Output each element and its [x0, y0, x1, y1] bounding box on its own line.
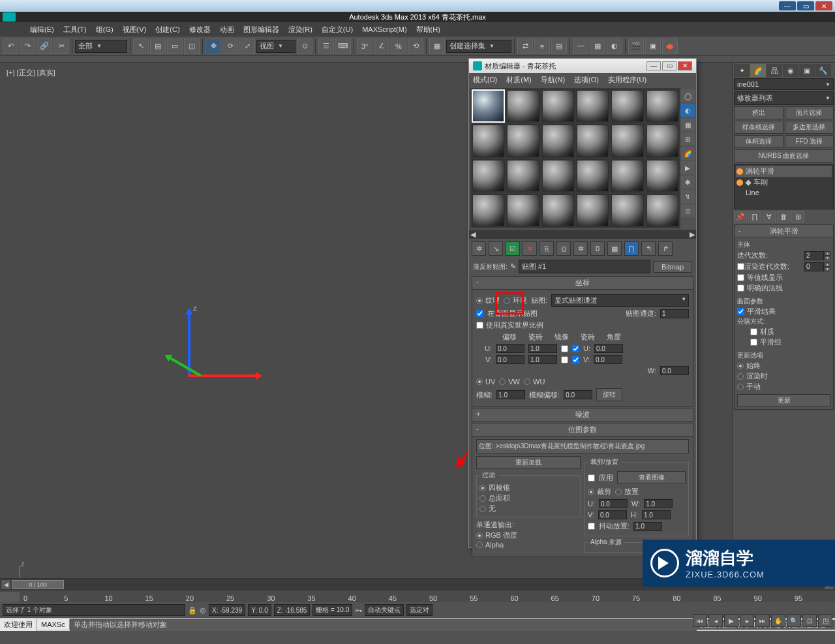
mat-slot[interactable] [541, 194, 575, 227]
mat-slot[interactable] [611, 89, 644, 123]
z-axis-gizmo[interactable] [188, 311, 190, 376]
y-axis-gizmo[interactable] [166, 355, 202, 376]
next-frame-icon[interactable]: ▸ [740, 614, 754, 627]
explicit-check[interactable] [737, 284, 744, 292]
filter-select[interactable]: 全部 [75, 40, 127, 53]
texture-radio[interactable] [476, 298, 483, 304]
v-tile[interactable] [528, 355, 557, 364]
go-forward-icon[interactable]: ↱ [658, 241, 673, 256]
background-icon[interactable]: ▦ [680, 118, 695, 131]
stack-line[interactable]: Line [736, 188, 832, 197]
mat-slot-1[interactable] [472, 89, 505, 123]
smooth-check[interactable] [737, 308, 744, 315]
mat-min-button[interactable]: — [646, 61, 661, 70]
modifier-stack[interactable]: 涡轮平滑 ◈车削 Line [734, 164, 834, 209]
redo-icon[interactable]: ↷ [20, 38, 35, 54]
coord-x[interactable]: X: -59.239 [209, 604, 245, 616]
menu-help[interactable]: 帮助(H) [412, 23, 444, 36]
snap-3-icon[interactable]: 3° [357, 38, 372, 54]
mat-close-button[interactable]: ✕ [678, 61, 692, 70]
mat-slot[interactable] [576, 159, 609, 192]
mat-max-button[interactable]: ▭ [662, 61, 676, 70]
play-icon[interactable]: ▶ [724, 614, 738, 627]
schematic-icon[interactable]: ▦ [590, 38, 605, 54]
show-end-result-icon[interactable]: ∏ [624, 241, 639, 256]
update-always-radio[interactable] [737, 363, 744, 369]
iso-check[interactable] [737, 274, 744, 281]
btn-poly-sel[interactable]: 多边形选择 [785, 121, 834, 134]
bitmap-rollout-hdr[interactable]: 位图参数 [472, 423, 693, 437]
crop-u[interactable] [599, 499, 628, 508]
reset-map-icon[interactable]: ✕ [523, 241, 537, 256]
mat-menu-utils[interactable]: 实用程序(U) [608, 75, 646, 85]
mapping-select[interactable]: 显式贴图通道 [551, 294, 689, 307]
mtl-map-nav-icon[interactable]: ☰ [680, 204, 695, 217]
filter-sat-radio[interactable] [479, 495, 486, 502]
menu-create[interactable]: 创建(C) [151, 23, 183, 36]
menu-customize[interactable]: 自定义(U) [318, 23, 357, 36]
uvtile-icon[interactable]: ⊞ [680, 132, 695, 146]
assign-to-sel-icon[interactable]: ☑ [506, 241, 520, 256]
btn-extrude[interactable]: 挤出 [734, 106, 783, 119]
mat-menu-mode[interactable]: 模式(D) [473, 75, 497, 85]
render-icon[interactable]: 🫖 [662, 38, 678, 54]
btn-ffd-sel[interactable]: FFD 选择 [785, 135, 834, 148]
named-sel-icon[interactable]: ▦ [429, 38, 445, 54]
mat-slot[interactable] [576, 194, 609, 227]
prev-frame-icon[interactable]: ◂ [708, 614, 723, 627]
make-preview-icon[interactable]: ▶ [680, 161, 695, 174]
align-icon[interactable]: ≡ [534, 38, 550, 54]
curve-editor-icon[interactable]: 〰 [573, 38, 588, 54]
crop-radio[interactable] [588, 489, 594, 495]
mat-slot[interactable] [506, 124, 539, 157]
get-material-icon[interactable]: ✲ [472, 241, 486, 256]
os-close-button[interactable]: ✕ [815, 1, 832, 10]
time-ruler[interactable]: 05101520253035404550556065707580859095 [0, 590, 835, 602]
mat-slot[interactable] [541, 159, 575, 192]
tab-utilities-icon[interactable]: 🔧 [815, 64, 831, 77]
menu-edit[interactable]: 编辑(E) [26, 23, 58, 36]
undo-icon[interactable]: ↶ [3, 38, 18, 54]
map-type-button[interactable]: Bitmap [653, 261, 692, 273]
menu-group[interactable]: 组(G) [92, 23, 117, 36]
tab-create-icon[interactable]: ✦ [734, 64, 750, 77]
max-viewport-icon[interactable]: ◳ [818, 614, 832, 627]
wu-radio[interactable] [524, 378, 530, 385]
iter-spinner[interactable]: ▴▾ [804, 251, 830, 260]
btn-vol-sel[interactable]: 体积选择 [734, 135, 783, 148]
move-icon[interactable]: ✥ [205, 38, 221, 54]
mat-slot[interactable] [576, 89, 609, 123]
goto-start-icon[interactable]: ⏮ [693, 614, 707, 627]
layers-icon[interactable]: ▤ [551, 38, 567, 54]
refcoord-select[interactable]: 视图 [256, 40, 296, 53]
u-mirror-check[interactable] [561, 345, 568, 352]
vw-radio[interactable] [499, 378, 506, 385]
uv-radio[interactable] [476, 378, 483, 385]
menu-maxscript[interactable]: MAXScript(M) [358, 24, 410, 35]
tab-display-icon[interactable]: ▣ [799, 64, 815, 77]
snap-spinner-icon[interactable]: ⟲ [408, 38, 423, 54]
object-name-field[interactable]: ine001 [734, 78, 834, 90]
bluroff-field[interactable] [564, 390, 592, 399]
update-render-radio[interactable] [737, 373, 744, 380]
unlink-icon[interactable]: ✂ [53, 38, 69, 54]
autokey-button[interactable]: 自动关键点 [365, 604, 404, 616]
mat-slot[interactable] [506, 159, 539, 192]
snap-angle-icon[interactable]: ∠ [374, 38, 389, 54]
os-max-button[interactable]: ▭ [797, 1, 814, 10]
realworld-check[interactable] [476, 322, 483, 329]
mat-slot[interactable] [611, 159, 644, 192]
crop-h[interactable] [642, 510, 671, 519]
apply-check[interactable] [588, 474, 595, 482]
named-sel-set[interactable]: 创建选择集 [446, 40, 511, 53]
menu-render[interactable]: 渲染(R) [284, 23, 316, 36]
w-angle[interactable] [660, 366, 689, 375]
keyboard-icon[interactable]: ⌨ [335, 38, 351, 54]
unique-icon[interactable]: ∀ [763, 211, 776, 222]
trackbar-icon[interactable] [0, 592, 20, 602]
v-tile-check[interactable] [572, 356, 579, 363]
blur-field[interactable] [496, 390, 525, 399]
coord-z[interactable]: Z: -16.585 [274, 604, 311, 616]
mat-slot[interactable] [541, 124, 575, 157]
zoom-ext-icon[interactable]: ⊡ [802, 614, 817, 627]
